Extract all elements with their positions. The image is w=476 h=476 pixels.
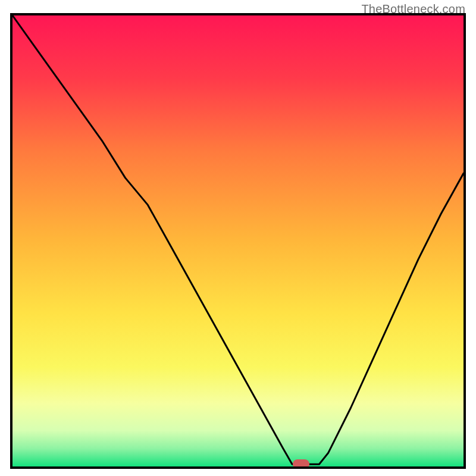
optimal-marker (293, 459, 309, 469)
bottleneck-curve (12, 15, 464, 466)
chart-container: TheBottleneck.com (0, 0, 476, 476)
plot-frame (10, 13, 466, 469)
